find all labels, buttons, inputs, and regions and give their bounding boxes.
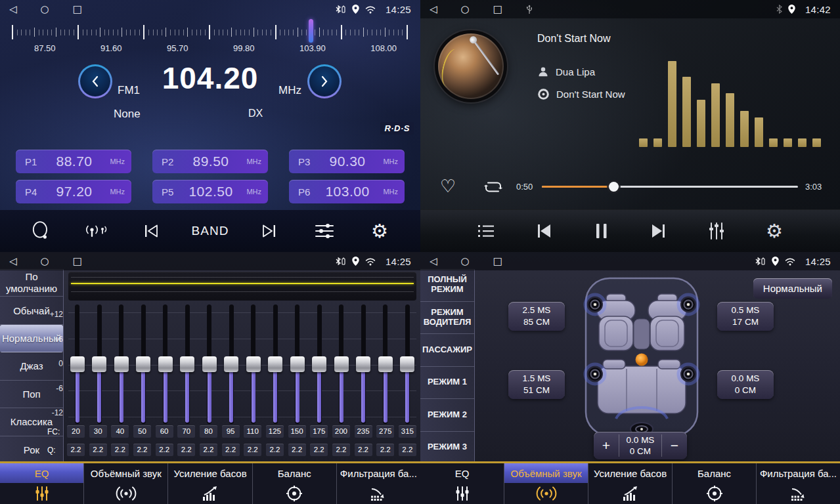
q-value-chip[interactable]: 2.2 — [376, 444, 394, 456]
tab-eq[interactable]: EQ — [420, 463, 504, 504]
q-value-chip[interactable]: 2.2 — [310, 444, 328, 456]
eq-band-slider[interactable] — [200, 304, 218, 424]
stage-mode-item[interactable]: ПАССАЖИР — [420, 334, 474, 367]
fc-value-chip[interactable]: 275 — [376, 425, 394, 438]
tab-crossover-filter[interactable]: Фильтрация ба... — [757, 463, 840, 504]
seek-up-button[interactable] — [307, 64, 342, 98]
q-value-chip[interactable]: 2.2 — [67, 444, 85, 456]
slider-knob[interactable] — [136, 356, 150, 372]
tab-bass-boost[interactable]: Усиление басов — [588, 463, 673, 504]
fc-value-chip[interactable]: 70 — [177, 425, 195, 438]
eq-band-slider[interactable] — [91, 304, 108, 424]
next-station-icon[interactable] — [255, 215, 284, 247]
tab-crossover-filter[interactable]: Фильтрация ба... — [337, 463, 420, 504]
decrease-delay-button[interactable]: − — [662, 432, 687, 459]
eq-band-slider[interactable] — [376, 304, 394, 424]
slider-knob[interactable] — [400, 356, 414, 372]
back-icon[interactable]: ◁ — [430, 252, 437, 270]
stage-preset-chip[interactable]: Нормальный — [753, 278, 832, 299]
tab-balance[interactable]: Баланс — [253, 463, 337, 504]
preset-button-p4[interactable]: P497.20MHz — [16, 180, 131, 203]
slider-knob[interactable] — [356, 356, 370, 372]
back-icon[interactable]: ◁ — [9, 252, 17, 270]
pause-icon[interactable] — [587, 215, 616, 247]
eq-band-slider[interactable] — [267, 304, 284, 424]
preset-button-p2[interactable]: P289.50MHz — [152, 150, 268, 173]
frequency-scale[interactable]: 87.5091.6095.7099.80103.90108.00 — [0, 21, 420, 55]
previous-track-icon[interactable] — [529, 215, 558, 247]
dx-mode[interactable]: DX — [248, 108, 263, 119]
frequency-pointer[interactable] — [309, 19, 313, 43]
slider-knob[interactable] — [180, 356, 194, 372]
stage-mode-item[interactable]: РЕЖИМ 1 — [420, 367, 474, 400]
q-value-chip[interactable]: 2.2 — [355, 444, 372, 456]
eq-band-slider[interactable] — [223, 304, 240, 424]
tab-surround[interactable]: Объёмный звук — [84, 463, 168, 504]
fc-value-chip[interactable]: 50 — [133, 425, 151, 438]
eq-band-slider[interactable] — [288, 304, 306, 424]
tab-eq[interactable]: EQ — [0, 463, 84, 504]
eq-preset-item[interactable]: По умолчанию — [0, 269, 63, 297]
slider-knob[interactable] — [334, 356, 349, 372]
slider-knob[interactable] — [268, 356, 282, 372]
home-icon[interactable]: ○ — [461, 252, 470, 270]
eq-band-slider[interactable] — [244, 304, 262, 424]
slider-knob[interactable] — [246, 356, 261, 372]
stage-mode-item[interactable]: РЕЖИМ ВОДИТЕЛЯ — [420, 302, 474, 335]
home-icon[interactable]: ○ — [41, 0, 49, 18]
q-value-chip[interactable]: 2.2 — [266, 444, 284, 456]
eq-band-slider[interactable] — [135, 304, 152, 424]
eq-band-slider[interactable] — [112, 304, 130, 424]
eq-band-slider[interactable] — [399, 304, 416, 424]
q-value-chip[interactable]: 2.2 — [200, 444, 217, 456]
slider-knob[interactable] — [312, 356, 326, 372]
previous-station-icon[interactable] — [137, 215, 166, 247]
tab-surround[interactable]: Объёмный звук — [504, 463, 588, 504]
tuner-antenna-icon[interactable] — [81, 215, 110, 247]
fc-value-chip[interactable]: 95 — [222, 425, 240, 438]
settings-gear-icon[interactable]: ⚙ — [760, 215, 789, 247]
slider-knob[interactable] — [290, 356, 305, 372]
eq-band-slider[interactable] — [156, 304, 174, 424]
band-button[interactable]: BAND — [192, 215, 229, 247]
tab-balance[interactable]: Баланс — [673, 463, 757, 504]
increase-delay-button[interactable]: + — [594, 432, 619, 459]
q-value-chip[interactable]: 2.2 — [133, 444, 151, 456]
q-value-chip[interactable]: 2.2 — [156, 444, 173, 456]
album-art[interactable] — [435, 30, 507, 102]
seek-bar-knob[interactable] — [609, 182, 619, 192]
fc-value-chip[interactable]: 175 — [310, 425, 328, 438]
slider-knob[interactable] — [114, 356, 129, 372]
q-value-chip[interactable]: 2.2 — [222, 444, 240, 456]
slider-knob[interactable] — [224, 356, 238, 372]
scan-icon[interactable] — [26, 215, 55, 247]
recents-icon[interactable]: □ — [73, 252, 82, 270]
audio-settings-icon[interactable] — [310, 215, 339, 247]
q-value-chip[interactable]: 2.2 — [332, 444, 350, 456]
fc-value-chip[interactable]: 30 — [89, 425, 107, 438]
fc-value-chip[interactable]: 80 — [200, 425, 217, 438]
settings-gear-icon[interactable]: ⚙ — [365, 215, 394, 247]
eq-band-slider[interactable] — [332, 304, 350, 424]
repeat-icon[interactable] — [483, 178, 504, 196]
q-value-chip[interactable]: 2.2 — [89, 444, 107, 456]
equalizer-icon[interactable] — [702, 215, 731, 247]
fc-value-chip[interactable]: 40 — [111, 425, 129, 438]
slider-knob[interactable] — [202, 356, 217, 372]
stage-mode-item[interactable]: РЕЖИМ 2 — [420, 399, 474, 432]
preset-button-p3[interactable]: P390.30MHz — [289, 150, 405, 173]
back-icon[interactable]: ◁ — [9, 0, 17, 18]
slider-knob[interactable] — [158, 356, 173, 372]
preset-button-p1[interactable]: P188.70MHz — [16, 150, 131, 173]
recents-icon[interactable]: □ — [493, 0, 502, 18]
slider-knob[interactable] — [92, 356, 106, 372]
fc-value-chip[interactable]: 235 — [355, 425, 372, 438]
next-track-icon[interactable] — [644, 215, 673, 247]
home-icon[interactable]: ○ — [461, 0, 470, 18]
slider-knob[interactable] — [70, 356, 85, 372]
favorite-icon[interactable]: ♡ — [440, 176, 456, 196]
seek-bar[interactable] — [542, 186, 798, 188]
fc-value-chip[interactable]: 200 — [332, 425, 350, 438]
back-icon[interactable]: ◁ — [430, 0, 437, 18]
fc-value-chip[interactable]: 110 — [244, 425, 261, 438]
